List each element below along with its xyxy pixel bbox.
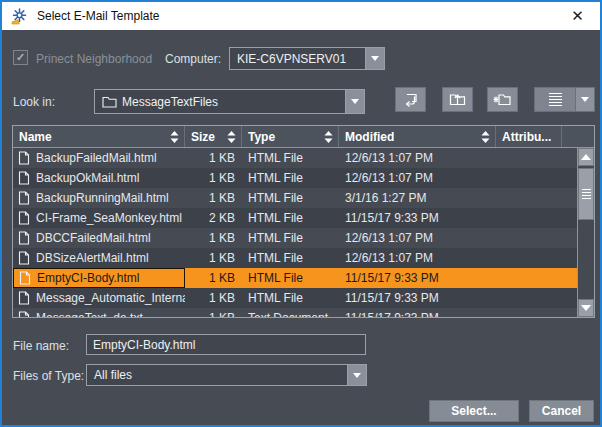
view-mode-dropdown[interactable] xyxy=(534,87,595,112)
table-row[interactable]: MessageText_de.txt 1 KB Text Document 11… xyxy=(13,308,577,317)
cancel-button[interactable]: Cancel xyxy=(529,400,594,422)
column-label: Modified xyxy=(345,130,394,144)
prinect-app-icon xyxy=(11,8,28,25)
file-icon xyxy=(18,191,30,205)
computer-dropdown[interactable]: KIE-C6VPNSERV01 xyxy=(229,47,385,70)
file-type: HTML File xyxy=(242,268,339,288)
file-modified: 11/15/17 9:33 PM xyxy=(339,208,496,228)
titlebar[interactable]: Select E-Mail Template ✕ xyxy=(2,2,600,30)
new-folder-button[interactable] xyxy=(487,87,518,112)
table-column-header[interactable]: Modified xyxy=(339,126,496,147)
vertical-scrollbar[interactable] xyxy=(577,148,594,317)
file-size: 1 KB xyxy=(185,168,242,188)
files-of-type-dropdown-button[interactable] xyxy=(347,365,366,385)
table-column-header[interactable]: Type xyxy=(242,126,339,147)
table-row[interactable]: EmptyCI-Body.html 1 KB HTML File 11/15/1… xyxy=(13,268,577,288)
files-of-type-dropdown[interactable]: All files xyxy=(86,364,367,386)
table-column-header[interactable]: Size xyxy=(185,126,242,147)
checkmark-icon: ✓ xyxy=(16,51,25,63)
last-folder-icon xyxy=(401,91,420,108)
look-in-dropdown[interactable]: MessageTextFiles xyxy=(94,89,365,114)
column-label: Attribu... xyxy=(502,130,551,144)
file-size: 1 KB xyxy=(185,288,242,308)
file-modified: 11/15/17 9:33 PM xyxy=(339,268,496,288)
file-icon xyxy=(18,311,30,317)
select-button[interactable]: Select... xyxy=(429,400,519,422)
file-icon xyxy=(18,211,30,225)
file-size: 2 KB xyxy=(185,208,242,228)
dialog-title: Select E-Mail Template xyxy=(37,9,160,23)
table-column-header[interactable]: Attribu... xyxy=(496,126,562,147)
table-column-header[interactable]: Name xyxy=(13,126,185,147)
scrollbar-thumb[interactable] xyxy=(578,168,594,220)
file-name: BackupOkMail.html xyxy=(36,168,139,188)
file-modified: 12/6/13 1:07 PM xyxy=(339,228,496,248)
file-size: 1 KB xyxy=(185,308,242,317)
scroll-down-button[interactable] xyxy=(578,299,594,317)
sort-icon xyxy=(170,131,179,143)
chevron-down-icon xyxy=(353,373,361,378)
file-icon xyxy=(18,251,30,265)
folder-icon xyxy=(102,95,117,108)
table-row[interactable]: CI-Frame_SeaMonkey.html 2 KB HTML File 1… xyxy=(13,208,577,228)
file-attributes xyxy=(496,208,562,228)
file-attributes xyxy=(496,268,562,288)
file-icon xyxy=(18,171,30,185)
prinect-neighborhood-label: Prinect Neighborhood xyxy=(36,52,152,66)
file-attributes xyxy=(496,168,562,188)
table-header-filler xyxy=(562,126,594,147)
file-modified: 11/15/17 9:33 PM xyxy=(339,288,496,308)
table-body: BackupFailedMail.html 1 KB HTML File 12/… xyxy=(13,148,577,317)
table-row[interactable]: BackupRunningMail.html 1 KB HTML File 3/… xyxy=(13,188,577,208)
select-email-template-dialog: Select E-Mail Template ✕ ✓ Prinect Neigh… xyxy=(0,0,602,427)
file-attributes xyxy=(496,288,562,308)
file-attributes xyxy=(496,248,562,268)
file-attributes xyxy=(496,228,562,248)
file-name: DBSizeAlertMail.html xyxy=(36,248,149,268)
close-icon: ✕ xyxy=(571,7,584,25)
file-name: EmptyCI-Body.html xyxy=(37,268,139,288)
cancel-button-label: Cancel xyxy=(542,404,581,418)
chevron-down-icon xyxy=(351,99,359,104)
file-attributes xyxy=(496,308,562,317)
select-button-label: Select... xyxy=(451,404,496,418)
computer-dropdown-button[interactable] xyxy=(365,48,384,69)
files-of-type-value: All files xyxy=(87,368,132,382)
table-row[interactable]: Message_Automatic_Interna... 1 KB HTML F… xyxy=(13,288,577,308)
file-name: BackupRunningMail.html xyxy=(36,188,169,208)
column-label: Name xyxy=(19,130,52,144)
chevron-down-icon xyxy=(371,56,379,61)
table-row[interactable]: BackupOkMail.html 1 KB HTML File 12/6/13… xyxy=(13,168,577,188)
table-row[interactable]: DBSizeAlertMail.html 1 KB HTML File 12/6… xyxy=(13,248,577,268)
new-folder-icon xyxy=(493,91,512,108)
last-folder-button[interactable] xyxy=(395,87,426,112)
file-attributes xyxy=(496,148,562,168)
computer-label: Computer: xyxy=(165,52,221,66)
file-name: MessageText_de.txt xyxy=(36,308,143,317)
sort-icon xyxy=(227,131,236,143)
file-icon xyxy=(18,231,30,245)
file-modified: 12/6/13 1:07 PM xyxy=(339,148,496,168)
table-row[interactable]: BackupFailedMail.html 1 KB HTML File 12/… xyxy=(13,148,577,168)
view-mode-dropdown-button[interactable] xyxy=(575,88,594,111)
file-size: 1 KB xyxy=(185,148,242,168)
close-button[interactable]: ✕ xyxy=(555,2,600,30)
file-modified: 12/6/13 1:07 PM xyxy=(339,168,496,188)
file-size: 1 KB xyxy=(185,188,242,208)
file-modified: 3/1/16 1:27 PM xyxy=(339,188,496,208)
table-row[interactable]: DBCCFailedMail.html 1 KB HTML File 12/6/… xyxy=(13,228,577,248)
column-label: Type xyxy=(248,130,275,144)
file-type: HTML File xyxy=(242,228,339,248)
file-attributes xyxy=(496,188,562,208)
up-one-level-button[interactable] xyxy=(442,87,473,112)
file-name-label: File name: xyxy=(13,339,69,353)
file-name-input[interactable] xyxy=(86,334,366,355)
sort-icon xyxy=(481,131,490,143)
look-in-dropdown-button[interactable] xyxy=(345,90,364,113)
file-type: HTML File xyxy=(242,288,339,308)
file-table: Name Size Type Modified Attribu... xyxy=(12,125,595,318)
file-type: HTML File xyxy=(242,148,339,168)
file-icon xyxy=(18,151,30,165)
table-header-row: Name Size Type Modified Attribu... xyxy=(13,126,594,148)
scroll-up-button[interactable] xyxy=(578,148,594,166)
